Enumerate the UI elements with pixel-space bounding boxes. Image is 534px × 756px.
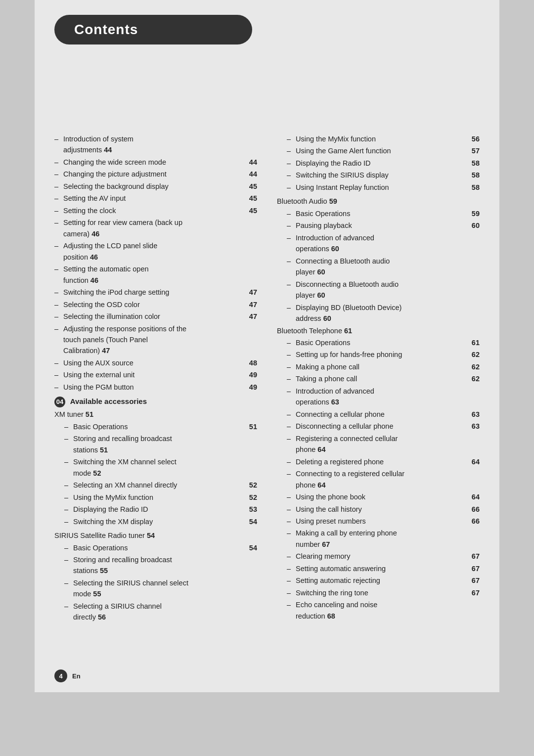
dash-icon: –	[64, 433, 73, 444]
item-page: 53	[249, 504, 257, 515]
list-item: – Pausing playback 60	[287, 220, 480, 231]
list-item: – Using the Game Alert function 57	[287, 145, 480, 156]
dash-icon: –	[64, 504, 73, 515]
item-page: 56	[472, 133, 480, 144]
page-title: Contents	[74, 22, 232, 38]
item-text-line2: mode 55	[73, 588, 257, 599]
item-page: 47	[249, 287, 257, 298]
item-text: Switching the XM channel select	[73, 458, 177, 466]
item-text-line2: directly 56	[73, 612, 257, 623]
dash-icon: –	[287, 279, 296, 290]
item-text: Introduction of system	[63, 135, 134, 143]
item-text: Selecting an XM channel directly	[73, 480, 246, 490]
item-text-line2: stations 51	[73, 445, 257, 455]
item-page: 45	[249, 193, 257, 204]
list-item: – Using Instant Replay function 58	[287, 182, 480, 193]
item-text: Setting the clock	[63, 205, 246, 216]
list-item: – Making a call by entering phone number…	[287, 528, 480, 550]
list-item: – Basic Operations 51	[64, 421, 257, 432]
item-text: Setting automatic answering	[296, 563, 469, 574]
item-text: Storing and recalling broadcast	[73, 435, 172, 443]
item-page: 62	[472, 373, 480, 384]
item-page: 49	[249, 382, 257, 393]
item-page: 64	[317, 481, 325, 489]
item-text-line3: Calibration) 47	[63, 345, 257, 356]
item-text: Selecting the OSD color	[63, 299, 246, 310]
dash-icon: –	[64, 480, 73, 490]
list-item: – Using preset numbers 66	[287, 516, 480, 527]
list-item: – Registering a connected cellular phone…	[287, 433, 480, 455]
item-text: Deleting a registered phone	[296, 456, 469, 467]
item-page: 62	[472, 361, 480, 372]
language-label: En	[72, 672, 81, 680]
list-item: – Introduction of advanced operations 60	[287, 232, 480, 255]
dash-icon: –	[54, 193, 63, 204]
item-text: Selecting the background display	[63, 181, 246, 192]
item-page: 52	[249, 492, 257, 503]
dash-icon: –	[287, 256, 296, 267]
section-label: Available accessories	[70, 397, 147, 405]
list-item: – Setting the AV input 45	[54, 193, 257, 204]
item-page: 66	[472, 516, 480, 527]
item-page: 49	[249, 369, 257, 380]
list-item: – Basic Operations 54	[64, 542, 257, 553]
xm-tuner-title: XM tuner 51	[54, 409, 257, 420]
list-item: – Using the AUX source 48	[54, 357, 257, 368]
dash-icon: –	[54, 264, 63, 274]
list-item: – Selecting the OSD color 47	[54, 299, 257, 310]
item-page: 44	[249, 169, 257, 179]
item-text: Basic Operations	[73, 421, 246, 432]
item-page: 66	[472, 504, 480, 515]
item-text: Introduction of advanced	[296, 234, 374, 242]
list-item: – Selecting an XM channel directly 52	[64, 480, 257, 490]
dash-icon: –	[64, 554, 73, 565]
item-text: Displaying the Radio ID	[296, 158, 469, 169]
item-page: 63	[331, 398, 339, 406]
item-text: Echo canceling and noise	[296, 601, 377, 609]
list-item: – Displaying the Radio ID 53	[64, 504, 257, 515]
item-text: Using the call history	[296, 504, 469, 515]
list-item: – Basic Operations 59	[287, 208, 480, 219]
list-item: – Switching the SIRIUS display 58	[287, 170, 480, 180]
list-item: – Using the phone book 64	[287, 491, 480, 502]
list-item: – Selecting the SIRIUS channel select mo…	[64, 578, 257, 600]
page-footer: 4 En	[54, 669, 81, 682]
item-text: Adjusting the LCD panel slide	[63, 242, 157, 250]
list-item: – Connecting to a registered cellular ph…	[287, 468, 480, 490]
dash-icon: –	[287, 170, 296, 180]
list-item: – Connecting a cellular phone 63	[287, 409, 480, 420]
item-page: 63	[472, 409, 480, 420]
dash-icon: –	[54, 369, 63, 380]
dash-icon: –	[287, 504, 296, 515]
title-bar: Contents	[54, 15, 252, 44]
list-item: – Setting up for hands-free phoning 62	[287, 349, 480, 360]
item-page: 60	[317, 268, 325, 276]
dash-icon: –	[287, 516, 296, 527]
item-page: 58	[472, 158, 480, 169]
item-text-line2: adjustments 44	[63, 144, 257, 155]
list-item: – Storing and recalling broadcast statio…	[64, 433, 257, 455]
dash-icon: –	[287, 232, 296, 243]
item-page: 67	[322, 540, 330, 548]
dash-icon: –	[287, 386, 296, 397]
bt-audio-page: 59	[329, 197, 337, 205]
list-item: – Deleting a registered phone 64	[287, 456, 480, 467]
list-item: – Setting automatic answering 67	[287, 563, 480, 574]
item-page: 56	[98, 613, 106, 621]
list-item: – Switching the XM display 54	[64, 516, 257, 527]
item-text-line2: camera) 46	[63, 228, 257, 239]
dash-icon: –	[287, 587, 296, 598]
item-text: Using the PGM button	[63, 382, 246, 393]
list-item: – Introduction of system adjustments 44	[54, 133, 257, 156]
item-text: Selecting the SIRIUS channel select	[73, 579, 188, 587]
item-text: Switching the iPod charge setting	[63, 287, 246, 298]
dash-icon: –	[287, 373, 296, 384]
item-text: Switching the ring tone	[296, 587, 469, 598]
list-item: – Selecting a SIRIUS channel directly 56	[64, 601, 257, 623]
item-text: Disconnecting a Bluetooth audio	[296, 280, 399, 288]
item-text: Using Instant Replay function	[296, 182, 469, 193]
item-text: Using the phone book	[296, 491, 469, 502]
item-text: Changing the wide screen mode	[63, 157, 246, 168]
item-page: 68	[327, 612, 335, 620]
list-item: – Selecting the background display 45	[54, 181, 257, 192]
